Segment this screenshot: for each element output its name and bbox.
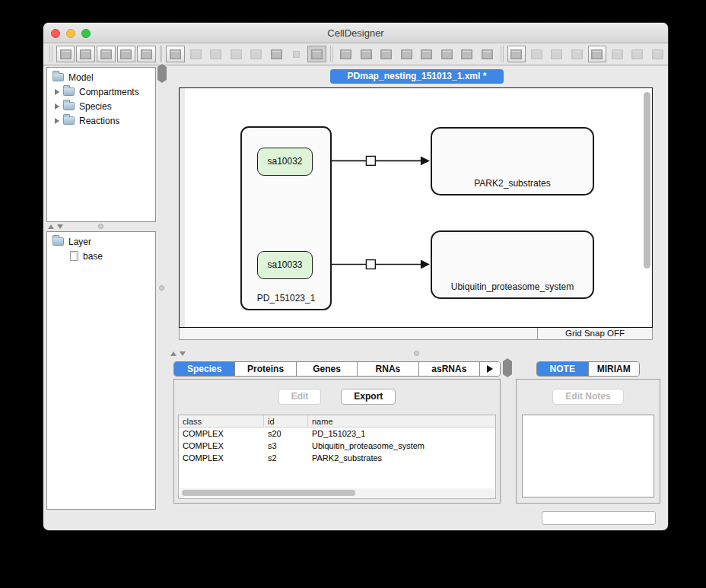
pointer-icon[interactable] <box>288 46 307 62</box>
species-table[interactable]: class id name COMPLEX s20 PD_151023_1 CO… <box>178 415 496 499</box>
collapse-down-icon[interactable] <box>180 351 186 356</box>
complex-label: Ubiquitin_proteasome_system <box>432 281 593 292</box>
property-list-icon[interactable] <box>527 46 546 62</box>
edit-button[interactable]: Edit <box>278 389 322 405</box>
tab-species[interactable]: Species <box>174 362 235 376</box>
new-document-icon[interactable] <box>56 46 75 62</box>
print-icon[interactable] <box>137 46 156 62</box>
table-row[interactable]: COMPLEX s3 Ubiquitin_proteasome_system <box>179 440 495 452</box>
species-node[interactable]: sa10033 <box>257 251 313 279</box>
tree-item-layer[interactable]: Layer <box>47 234 155 249</box>
tree-item-model[interactable]: Model <box>47 70 155 84</box>
toolbar-separator <box>49 46 52 62</box>
window-title: CellDesigner <box>43 27 668 39</box>
cell-id: s3 <box>264 440 308 452</box>
table-row[interactable]: COMPLEX s2 PARK2_substrates <box>179 452 495 464</box>
edit-notes-icon[interactable] <box>608 46 627 62</box>
tab-overflow-icon <box>487 365 493 373</box>
export-button[interactable]: Export <box>341 389 396 405</box>
align-right-icon[interactable] <box>377 46 396 62</box>
tree-item-species[interactable]: Species <box>47 99 155 113</box>
tab-asrnas[interactable]: asRNAs <box>419 362 480 376</box>
celldesigner-window: CellDesigner <box>43 23 668 530</box>
bottom-horizontal-splitter[interactable] <box>169 349 664 358</box>
tab-miriam[interactable]: MIRIAM <box>589 362 640 376</box>
species-node[interactable]: sa10032 <box>257 148 313 176</box>
title-bar: CellDesigner <box>43 23 668 43</box>
tab-proteins[interactable]: Proteins <box>235 362 296 376</box>
disclosure-triangle-icon[interactable] <box>55 103 59 110</box>
tab-genes[interactable]: Genes <box>297 362 358 376</box>
layout-icon[interactable] <box>648 46 667 62</box>
column-header-class[interactable]: class <box>179 415 264 427</box>
change-species-class-icon[interactable] <box>568 46 587 62</box>
tree-item-base[interactable]: base <box>47 249 155 263</box>
left-vertical-splitter[interactable] <box>157 67 167 510</box>
paste-icon[interactable] <box>247 46 266 62</box>
change-color-shape-icon[interactable] <box>548 46 567 62</box>
align-center-horizontal-icon[interactable] <box>357 46 376 62</box>
cut-icon[interactable] <box>207 46 226 62</box>
toolbar-separator <box>160 46 163 62</box>
table-header: class id name <box>179 415 495 427</box>
collapse-down-icon[interactable] <box>57 224 63 229</box>
collapse-up-icon[interactable] <box>48 224 54 229</box>
table-horizontal-scrollbar[interactable] <box>180 488 495 497</box>
complex-node-ups[interactable]: Ubiquitin_proteasome_system <box>431 230 594 299</box>
align-top-icon[interactable] <box>397 46 416 62</box>
disclosure-triangle-icon[interactable] <box>55 89 59 95</box>
document-tab[interactable]: PDmap_nesting_151013_1.xml * <box>330 69 504 84</box>
align-middle-vertical-icon[interactable] <box>418 46 437 62</box>
paint-brush-icon[interactable] <box>507 46 526 62</box>
tree-item-label: Reactions <box>79 116 119 126</box>
cell-name: Ubiquitin_proteasome_system <box>308 440 495 452</box>
bottom-vertical-splitter[interactable] <box>503 361 513 504</box>
folder-icon <box>63 87 75 96</box>
save-model-icon[interactable] <box>97 46 116 62</box>
save-as-icon[interactable] <box>117 46 136 62</box>
distribute-vertical-icon[interactable] <box>478 46 497 62</box>
layer-panel: Layer base <box>46 231 156 510</box>
distribute-horizontal-icon[interactable] <box>458 46 477 62</box>
splitter-handle[interactable] <box>159 285 164 291</box>
column-header-id[interactable]: id <box>264 415 308 427</box>
collapse-up-icon[interactable] <box>170 351 176 356</box>
align-left-icon[interactable] <box>337 46 356 62</box>
table-row[interactable]: COMPLEX s20 PD_151023_1 <box>179 427 495 440</box>
cell-name: PARK2_substrates <box>308 452 495 464</box>
tab-note[interactable]: NOTE <box>537 362 589 376</box>
copy-icon[interactable] <box>227 46 246 62</box>
splitter-handle[interactable] <box>414 351 419 356</box>
footer-field[interactable] <box>542 511 656 525</box>
redo-icon[interactable] <box>186 46 205 62</box>
tab-overflow-button[interactable] <box>480 362 500 376</box>
align-bottom-icon[interactable] <box>437 46 456 62</box>
scrollbar-thumb[interactable] <box>644 92 650 269</box>
tree-item-label: base <box>83 251 103 262</box>
edit-notes-button[interactable]: Edit Notes <box>552 389 623 405</box>
tree-item-label: Species <box>79 101 112 112</box>
tab-rnas[interactable]: RNAs <box>358 362 418 376</box>
disclosure-triangle-icon[interactable] <box>55 118 59 124</box>
notes-content[interactable] <box>522 415 654 497</box>
species-tab-bar: Species Proteins Genes RNAs asRNAs <box>173 361 501 377</box>
notes-button-row: Edit Notes <box>517 389 660 405</box>
canvas-vertical-scrollbar[interactable] <box>644 92 650 320</box>
tree-item-reactions[interactable]: Reactions <box>47 113 155 128</box>
column-header-name[interactable]: name <box>308 415 495 427</box>
splitter-handle[interactable] <box>98 224 103 229</box>
undo-icon[interactable] <box>166 46 185 62</box>
collapse-right-icon[interactable] <box>162 64 167 83</box>
left-horizontal-splitter[interactable] <box>46 222 156 230</box>
complex-node-park2[interactable]: PARK2_substrates <box>431 127 594 195</box>
show-id-toggle-icon[interactable] <box>307 46 326 62</box>
collapse-right-icon[interactable] <box>507 358 512 377</box>
diagram-canvas[interactable]: PD_151023_1 sa10032 sa10033 PARK2_substr… <box>179 87 653 328</box>
folder-icon <box>52 237 64 246</box>
scrollbar-thumb[interactable] <box>182 490 355 496</box>
notes-icon[interactable] <box>588 46 607 62</box>
grid-snap-icon[interactable] <box>267 46 286 62</box>
protein-notes-icon[interactable] <box>628 46 647 62</box>
tree-item-compartments[interactable]: Compartments <box>47 84 155 99</box>
open-file-icon[interactable] <box>76 46 95 62</box>
